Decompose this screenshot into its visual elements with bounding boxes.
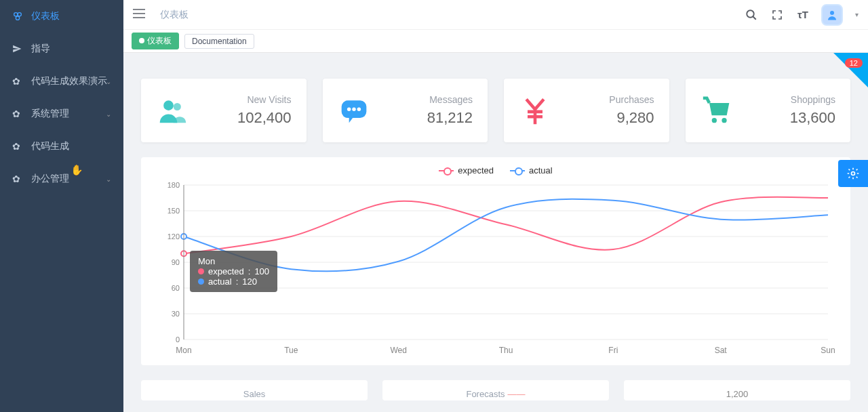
cog-icon: ✿ (12, 108, 23, 119)
svg-point-9 (347, 107, 351, 111)
topbar: 仪表板 τT ▾ (123, 0, 868, 30)
sidebar-item-system[interactable]: ✿ 系统管理 ⌄ (0, 98, 123, 130)
card-purchases[interactable]: Purchases9,280 (504, 79, 669, 142)
svg-text:Fri: Fri (608, 346, 618, 355)
svg-text:Thu: Thu (499, 346, 513, 355)
svg-point-5 (852, 172, 855, 176)
cog-icon: ✿ (12, 173, 23, 184)
breadcrumb: 仪表板 (160, 9, 189, 21)
radar-line-icon: —— (508, 389, 526, 399)
sidebar-item-codegen-demo[interactable]: ✿ 代码生成效果演示 ⌄ (0, 65, 123, 98)
tab-documentation[interactable]: Documentation (184, 34, 254, 49)
dot-icon (198, 268, 204, 274)
cart-icon (701, 94, 733, 127)
caret-down-icon[interactable]: ▾ (855, 11, 859, 18)
sidebar-label: 指导 (31, 43, 50, 55)
panel-bar[interactable]: 1,200 (624, 380, 850, 400)
sidebar-item-codegen[interactable]: ✿ 代码生成 (0, 130, 123, 163)
svg-point-0 (14, 13, 18, 16)
fontsize-icon[interactable]: τT (795, 7, 810, 22)
svg-text:90: 90 (172, 258, 180, 266)
card-title: Messages (427, 94, 473, 105)
svg-point-11 (357, 107, 361, 111)
cog-icon: ✿ (12, 141, 23, 152)
card-new-visits[interactable]: New Visits102,400 (141, 79, 307, 142)
sidebar-item-office[interactable]: ✿ 办公管理 ⌄ (0, 163, 123, 195)
panel-sales[interactable]: Sales (141, 380, 368, 400)
svg-point-1 (18, 13, 21, 16)
legend-item-actual[interactable]: actual (510, 165, 553, 176)
card-value: 13,600 (790, 109, 835, 127)
message-icon (338, 94, 370, 127)
page-content: 12 New Visits102,400 Messages81,212 Purc… (123, 53, 868, 412)
cursor-icon: ✋ (71, 164, 83, 176)
chevron-down-icon: ⌄ (106, 78, 111, 85)
chart-tooltip: Mon expected: 100 actual: 120 (190, 251, 277, 292)
cog-icon: ✿ (12, 76, 23, 87)
svg-point-3 (747, 10, 754, 18)
active-dot-icon (139, 38, 144, 43)
chart-legend: expected actual (155, 165, 837, 176)
sidebar: 仪表板 指导 ✿ 代码生成效果演示 ⌄ ✿ 系统管理 ⌄ ✿ 代码生成 ✿ 办公… (0, 0, 123, 412)
panel-forecasts[interactable]: Forecasts—— (382, 380, 609, 400)
sidebar-label: 办公管理 (31, 173, 69, 185)
settings-fab[interactable] (838, 160, 868, 187)
svg-text:180: 180 (167, 181, 180, 189)
topbar-actions: τT ▾ (744, 4, 859, 26)
svg-text:150: 150 (167, 207, 180, 215)
sidebar-label: 系统管理 (31, 108, 69, 120)
svg-point-7 (174, 103, 181, 110)
corner-ribbon[interactable]: 12 (819, 53, 868, 102)
svg-text:30: 30 (172, 310, 180, 318)
search-icon[interactable] (744, 7, 759, 22)
hamburger-icon[interactable] (133, 9, 146, 21)
sidebar-label: 仪表板 (31, 10, 60, 22)
fullscreen-icon[interactable] (770, 7, 785, 22)
svg-point-4 (830, 11, 834, 15)
svg-point-12 (711, 118, 716, 123)
svg-text:Wed: Wed (390, 346, 406, 355)
chevron-down-icon: ⌄ (106, 110, 111, 118)
card-value: 102,400 (237, 109, 292, 127)
stat-cards: New Visits102,400 Messages81,212 Purchas… (123, 53, 868, 150)
card-messages[interactable]: Messages81,212 (323, 79, 488, 142)
tab-dashboard[interactable]: 仪表板 (132, 33, 179, 49)
dashboard-icon (12, 11, 23, 22)
bottom-panels: Sales Forecasts—— 1,200 (141, 380, 850, 400)
avatar[interactable] (821, 4, 843, 26)
svg-point-2 (16, 16, 19, 20)
svg-text:120: 120 (167, 232, 180, 241)
svg-text:Sat: Sat (715, 346, 728, 355)
sidebar-item-guide[interactable]: 指导 (0, 33, 123, 65)
paper-plane-icon (12, 44, 23, 54)
sidebar-item-dashboard[interactable]: 仪表板 (0, 0, 123, 33)
svg-point-6 (163, 100, 174, 110)
svg-text:60: 60 (172, 284, 180, 292)
svg-text:0: 0 (176, 335, 180, 344)
todo-badge: 12 (845, 58, 863, 68)
svg-text:Sun: Sun (821, 346, 835, 355)
tooltip-title: Mon (198, 256, 269, 266)
card-title: New Visits (237, 94, 292, 105)
card-value: 81,212 (427, 109, 473, 127)
sidebar-label: 代码生成 (31, 140, 69, 152)
people-icon (156, 94, 189, 127)
card-title: Purchases (609, 94, 654, 105)
legend-item-expected[interactable]: expected (439, 165, 494, 176)
card-value: 9,280 (609, 109, 654, 127)
svg-point-13 (722, 118, 726, 123)
tabbar: 仪表板 Documentation (123, 30, 868, 53)
dot-icon (198, 279, 204, 285)
rmb-icon (519, 94, 551, 127)
svg-text:Mon: Mon (176, 346, 191, 355)
sidebar-label: 代码生成效果演示 (31, 75, 107, 87)
chevron-down-icon: ⌄ (106, 176, 111, 183)
svg-point-10 (352, 107, 356, 111)
svg-text:Tue: Tue (284, 346, 298, 355)
